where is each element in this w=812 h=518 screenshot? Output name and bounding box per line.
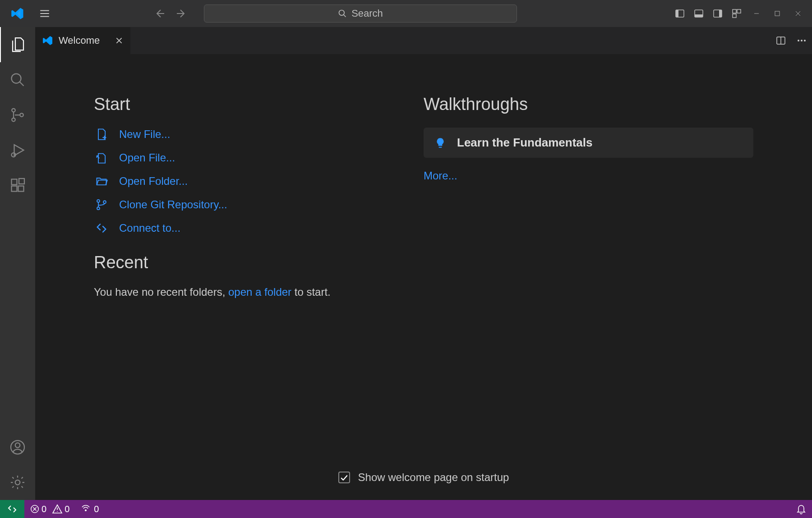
source-control-tab[interactable] bbox=[0, 97, 35, 133]
svg-rect-6 bbox=[719, 10, 722, 17]
window-maximize-button[interactable] bbox=[767, 5, 788, 23]
activity-bar bbox=[0, 27, 35, 500]
window-minimize-button[interactable] bbox=[746, 5, 767, 23]
svg-point-25 bbox=[801, 40, 803, 41]
tab-close-icon[interactable] bbox=[115, 37, 123, 45]
editor-tabs: Welcome bbox=[35, 27, 812, 54]
svg-point-21 bbox=[15, 443, 20, 448]
clone-repo-label: Clone Git Repository... bbox=[119, 198, 227, 211]
svg-rect-4 bbox=[695, 14, 703, 17]
ports-count: 0 bbox=[94, 504, 99, 514]
svg-point-29 bbox=[103, 201, 106, 203]
svg-point-12 bbox=[12, 109, 15, 112]
svg-rect-8 bbox=[737, 9, 741, 13]
accounts-button[interactable] bbox=[0, 430, 35, 465]
extensions-tab[interactable] bbox=[0, 168, 35, 203]
open-folder-inline-link[interactable]: open a folder bbox=[228, 286, 291, 298]
walkthrough-title: Learn the Fundamentals bbox=[457, 136, 593, 150]
svg-point-0 bbox=[339, 10, 345, 16]
more-walkthroughs-link[interactable]: More... bbox=[424, 170, 753, 182]
svg-rect-16 bbox=[12, 179, 17, 185]
open-folder-link[interactable]: Open Folder... bbox=[94, 174, 424, 188]
settings-button[interactable] bbox=[0, 465, 35, 500]
walkthroughs-heading: Walkthroughs bbox=[424, 95, 753, 114]
clone-repo-link[interactable]: Clone Git Repository... bbox=[94, 198, 424, 211]
svg-point-26 bbox=[804, 40, 806, 41]
start-heading: Start bbox=[94, 95, 424, 114]
open-folder-label: Open Folder... bbox=[119, 175, 188, 188]
open-file-link[interactable]: Open File... bbox=[94, 151, 424, 165]
tab-title: Welcome bbox=[59, 35, 100, 46]
svg-point-31 bbox=[85, 509, 87, 511]
new-file-link[interactable]: New File... bbox=[94, 128, 424, 141]
layout-panel-icon[interactable] bbox=[689, 4, 708, 23]
title-bar: Search bbox=[0, 0, 812, 27]
open-file-label: Open File... bbox=[119, 151, 175, 164]
search-placeholder: Search bbox=[351, 8, 383, 19]
svg-rect-19 bbox=[19, 179, 24, 184]
run-debug-tab[interactable] bbox=[0, 133, 35, 168]
explorer-tab[interactable] bbox=[0, 27, 35, 62]
search-input[interactable]: Search bbox=[204, 5, 517, 23]
svg-point-13 bbox=[12, 118, 15, 122]
svg-rect-10 bbox=[775, 11, 780, 16]
new-file-label: New File... bbox=[119, 128, 170, 141]
recent-empty-text: You have no recent folders, open a folde… bbox=[94, 286, 424, 298]
connect-to-link[interactable]: Connect to... bbox=[94, 221, 424, 235]
status-bar: 0 0 0 bbox=[0, 500, 812, 518]
recent-prefix: You have no recent folders, bbox=[94, 286, 228, 298]
problems-button[interactable]: 0 0 bbox=[24, 500, 75, 518]
recent-heading: Recent bbox=[94, 253, 424, 272]
connect-to-label: Connect to... bbox=[119, 222, 180, 234]
layout-sidebar-left-icon[interactable] bbox=[670, 4, 689, 23]
welcome-tab[interactable]: Welcome bbox=[35, 27, 130, 54]
svg-rect-9 bbox=[733, 14, 736, 18]
ports-button[interactable]: 0 bbox=[75, 500, 104, 518]
svg-rect-17 bbox=[12, 186, 17, 192]
lightbulb-icon bbox=[434, 137, 446, 149]
vscode-logo bbox=[0, 7, 35, 20]
folder-icon bbox=[94, 174, 109, 188]
svg-point-28 bbox=[97, 207, 100, 210]
new-file-icon bbox=[94, 128, 109, 141]
customize-layout-icon[interactable] bbox=[727, 4, 746, 23]
git-branch-icon bbox=[94, 198, 109, 211]
svg-point-27 bbox=[97, 200, 100, 202]
svg-point-14 bbox=[20, 113, 23, 117]
split-editor-icon[interactable] bbox=[770, 27, 791, 54]
startup-checkbox-label: Show welcome page on startup bbox=[358, 471, 509, 484]
svg-rect-7 bbox=[733, 9, 736, 13]
nav-back-button[interactable] bbox=[151, 5, 169, 23]
startup-checkbox[interactable] bbox=[338, 472, 350, 483]
error-count: 0 bbox=[42, 504, 46, 514]
layout-sidebar-right-icon[interactable] bbox=[708, 4, 727, 23]
recent-suffix: to start. bbox=[291, 286, 331, 298]
window-close-button[interactable] bbox=[788, 5, 808, 23]
notifications-button[interactable] bbox=[790, 500, 812, 518]
more-actions-icon[interactable] bbox=[791, 27, 812, 54]
open-file-icon bbox=[94, 151, 109, 165]
svg-rect-2 bbox=[676, 10, 678, 17]
svg-rect-18 bbox=[18, 186, 24, 192]
nav-forward-button[interactable] bbox=[172, 5, 190, 23]
svg-point-24 bbox=[798, 40, 799, 41]
remote-icon bbox=[94, 221, 109, 235]
svg-point-22 bbox=[15, 480, 20, 485]
svg-point-11 bbox=[12, 74, 21, 83]
search-tab[interactable] bbox=[0, 62, 35, 97]
remote-button[interactable] bbox=[0, 500, 24, 518]
warning-count: 0 bbox=[65, 504, 69, 514]
walkthrough-card-fundamentals[interactable]: Learn the Fundamentals bbox=[424, 128, 753, 158]
menu-button[interactable] bbox=[35, 4, 54, 23]
